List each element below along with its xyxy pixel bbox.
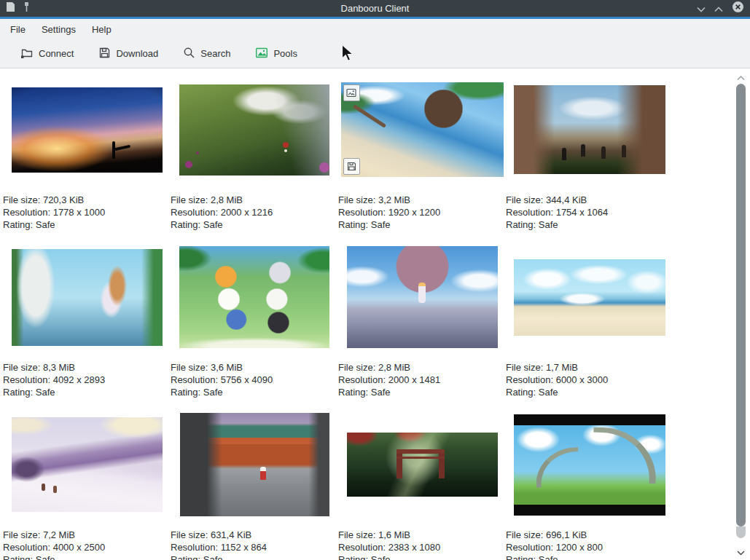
search-label: Search (200, 48, 230, 59)
scroll-down-icon[interactable] (735, 548, 746, 557)
scroll-up-icon[interactable] (735, 74, 746, 82)
post-card-12: File size: 696,1 KiB Resolution: 1200 x … (506, 410, 673, 560)
pools-label: Pools (273, 48, 297, 59)
post-card-11: File size: 1,6 MiB Resolution: 2383 x 10… (338, 410, 506, 560)
scrollbar-thumb-tail[interactable] (736, 527, 746, 538)
rating-label: Rating: Safe (171, 386, 338, 398)
file-size-label: File size: 8,3 MiB (3, 361, 171, 374)
post-grid: File size: 720,3 KiB Resolution: 1778 x … (0, 69, 750, 560)
rating-label: Rating: Safe (506, 553, 673, 560)
menu-help[interactable]: Help (84, 20, 120, 39)
window-title: Danbooru Client (0, 3, 750, 14)
resolution-label: Resolution: 4092 x 2893 (3, 374, 171, 386)
post-thumbnail-arch-valley[interactable] (514, 414, 665, 516)
save-overlay-button[interactable] (343, 158, 360, 175)
toolbar: Connect Download Search (0, 39, 750, 68)
post-thumbnail-beach-horizon[interactable] (514, 259, 665, 336)
post-thumbnail-beach-palm-girl[interactable] (341, 82, 504, 177)
rating-label: Rating: Safe (3, 553, 171, 560)
maximize-chevron-up-icon[interactable] (714, 2, 723, 15)
post-card-9: File size: 7,2 MiB Resolution: 4000 x 25… (3, 410, 171, 560)
rating-label: Rating: Safe (338, 218, 506, 231)
file-size-label: File size: 3,2 MiB (338, 194, 506, 206)
post-thumbnail-picnic-girls[interactable] (179, 246, 329, 348)
post-thumbnail-sunset-silhouette[interactable] (12, 87, 163, 173)
post-thumbnail-forest-torii[interactable] (347, 433, 498, 497)
file-size-label: File size: 631,4 KiB (171, 529, 338, 541)
download-label: Download (116, 48, 158, 59)
search-icon (183, 47, 195, 61)
pin-icon[interactable] (23, 1, 31, 15)
resolution-label: Resolution: 5756 x 4090 (171, 374, 338, 386)
file-size-label: File size: 1,7 MiB (506, 361, 673, 374)
post-card-10: File size: 631,4 KiB Resolution: 1152 x … (171, 410, 338, 560)
resolution-label: Resolution: 2383 x 1080 (338, 541, 506, 553)
rating-label: Rating: Safe (171, 553, 338, 560)
post-thumbnail-canyon-travelers[interactable] (514, 85, 665, 174)
post-card-2: File size: 2,8 MiB Resolution: 2000 x 12… (171, 75, 338, 242)
post-card-7: File size: 2,8 MiB Resolution: 2000 x 14… (338, 242, 506, 410)
resolution-label: Resolution: 6000 x 3000 (506, 374, 673, 386)
menu-settings[interactable]: Settings (34, 20, 84, 39)
post-card-6: File size: 3,6 MiB Resolution: 5756 x 40… (171, 242, 338, 410)
rating-label: Rating: Safe (506, 386, 673, 398)
file-size-label: File size: 7,2 MiB (3, 529, 171, 541)
connect-label: Connect (39, 48, 74, 59)
resolution-label: Resolution: 1778 x 1000 (3, 206, 171, 218)
file-size-label: File size: 720,3 KiB (3, 194, 171, 206)
resolution-label: Resolution: 1920 x 1200 (338, 206, 506, 218)
resolution-label: Resolution: 4000 x 2500 (3, 541, 171, 553)
file-size-label: File size: 3,6 MiB (171, 361, 338, 374)
rating-label: Rating: Safe (506, 218, 673, 231)
resolution-label: Resolution: 2000 x 1481 (338, 374, 506, 386)
post-card-5: File size: 8,3 MiB Resolution: 4092 x 28… (3, 242, 171, 410)
rating-label: Rating: Safe (338, 386, 506, 398)
vertical-scrollbar[interactable] (735, 69, 746, 560)
search-button[interactable]: Search (174, 42, 239, 66)
post-card-3: File size: 3,2 MiB Resolution: 1920 x 12… (338, 75, 506, 242)
menu-file[interactable]: File (10, 20, 34, 39)
post-thumbnail-snowy-mountains[interactable] (12, 417, 163, 512)
post-card-4: File size: 344,4 KiB Resolution: 1754 x … (506, 75, 673, 242)
download-button[interactable]: Download (90, 42, 167, 66)
file-size-label: File size: 1,6 MiB (338, 529, 506, 541)
post-card-1: File size: 720,3 KiB Resolution: 1778 x … (3, 75, 171, 242)
titlebar[interactable]: Danbooru Client (0, 0, 750, 17)
scrollbar-thumb[interactable] (736, 84, 746, 527)
post-grid-view: File size: 720,3 KiB Resolution: 1778 x … (0, 69, 750, 560)
file-size-label: File size: 2,8 MiB (338, 361, 506, 374)
file-size-label: File size: 344,4 KiB (506, 194, 673, 206)
rating-label: Rating: Safe (171, 218, 338, 231)
rating-label: Rating: Safe (338, 553, 506, 560)
menubar: File Settings Help (0, 19, 750, 39)
post-thumbnail-umbrella-girl[interactable] (347, 246, 498, 348)
pools-image-icon (255, 47, 268, 61)
post-thumbnail-spiral-tower-girl[interactable] (12, 249, 163, 346)
resolution-label: Resolution: 1200 x 800 (506, 541, 673, 553)
file-size-label: File size: 2,8 MiB (171, 194, 338, 206)
post-thumbnail-forest-path[interactable] (179, 84, 329, 176)
app-window: Danbooru Client File Settings Help (0, 0, 750, 560)
resolution-label: Resolution: 2000 x 1216 (171, 206, 338, 218)
post-thumbnail-shrine-courtyard[interactable] (180, 413, 329, 516)
save-icon (98, 47, 111, 61)
shade-chevron-down-icon[interactable] (697, 2, 706, 15)
connect-button[interactable]: Connect (12, 42, 82, 66)
app-document-icon[interactable] (6, 1, 15, 15)
pools-button[interactable]: Pools (246, 42, 306, 66)
network-folder-icon (20, 47, 34, 61)
resolution-label: Resolution: 1152 x 864 (171, 541, 338, 553)
resolution-label: Resolution: 1754 x 1064 (506, 206, 673, 218)
close-icon[interactable] (732, 1, 744, 16)
file-size-label: File size: 696,1 KiB (506, 529, 673, 541)
rating-label: Rating: Safe (3, 386, 171, 398)
post-card-8: File size: 1,7 MiB Resolution: 6000 x 30… (506, 242, 673, 410)
rating-label: Rating: Safe (3, 218, 171, 231)
preview-overlay-button[interactable] (343, 84, 360, 101)
